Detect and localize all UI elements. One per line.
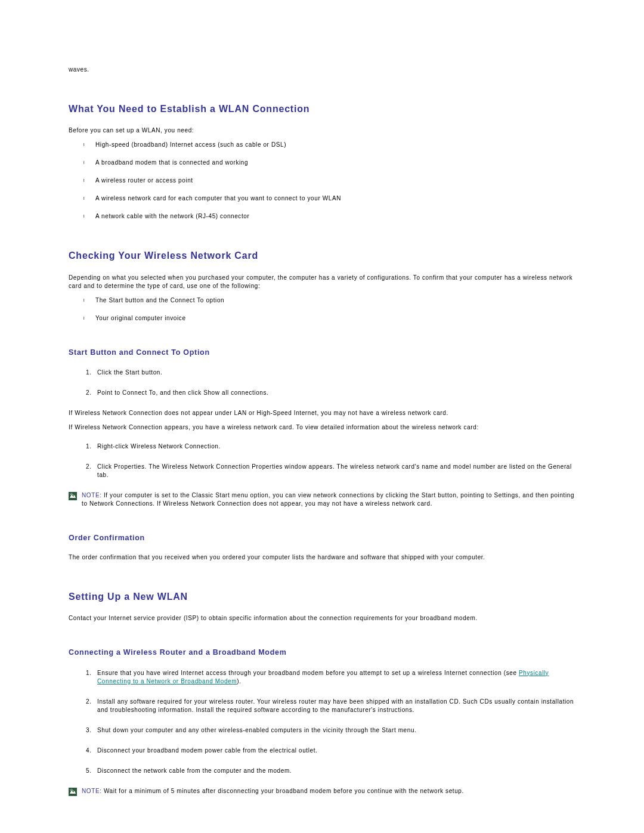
list-item: Your original computer invoice (86, 314, 575, 323)
start-button-p1: If Wireless Network Connection does not … (69, 409, 575, 417)
start-button-steps-2: Right-click Wireless Network Connection.… (69, 442, 575, 479)
note-body: Wait for a minimum of 5 minutes after di… (102, 788, 464, 794)
list-item: Point to Connect To, and then click Show… (94, 389, 575, 397)
note-text: NOTE: If your computer is set to the Cla… (82, 491, 575, 508)
list-item: A broadband modem that is connected and … (86, 159, 575, 167)
list-item: Install any software required for your w… (94, 698, 575, 714)
list-item: Disconnect your broadband modem power ca… (94, 747, 575, 755)
note-icon (69, 492, 77, 500)
list-item: A network cable with the network (RJ-45)… (86, 212, 575, 221)
check-card-intro: Depending on what you selected when you … (69, 274, 575, 290)
note-wait-5-min: NOTE: Wait for a minimum of 5 minutes af… (69, 787, 575, 796)
start-button-steps-1: Click the Start button. Point to Connect… (69, 368, 575, 397)
wlan-need-list: High-speed (broadband) Internet access (… (69, 141, 575, 221)
step1-pre: Ensure that you have wired Internet acce… (97, 670, 519, 676)
note-icon (69, 788, 77, 796)
page-continuation-fragment: waves. (69, 66, 575, 74)
list-item: The Start button and the Connect To opti… (86, 296, 575, 305)
step1-post: ). (237, 678, 241, 685)
list-item: Shut down your computer and any other wi… (94, 726, 575, 735)
note-body: If your computer is set to the Classic S… (82, 492, 574, 507)
note-classic-start: NOTE: If your computer is set to the Cla… (69, 491, 575, 508)
section-heading-wlan-need: What You Need to Establish a WLAN Connec… (69, 103, 575, 116)
note-text: NOTE: Wait for a minimum of 5 minutes af… (82, 787, 575, 795)
check-card-list: The Start button and the Connect To opti… (69, 296, 575, 323)
connecting-steps: Ensure that you have wired Internet acce… (69, 669, 575, 775)
list-item: High-speed (broadband) Internet access (… (86, 141, 575, 149)
section-heading-setup-wlan: Setting Up a New WLAN (69, 590, 575, 603)
list-item: Click the Start button. (94, 368, 575, 377)
order-confirmation-p: The order confirmation that you received… (69, 553, 575, 562)
note-label: NOTE: (82, 788, 102, 794)
list-item: Click Properties. The Wireless Network C… (94, 463, 575, 479)
list-item: Right-click Wireless Network Connection. (94, 442, 575, 451)
sub-heading-connecting: Connecting a Wireless Router and a Broad… (69, 648, 575, 658)
setup-wlan-p: Contact your Internet service provider (… (69, 614, 575, 623)
start-button-p2: If Wireless Network Connection appears, … (69, 423, 575, 432)
wlan-need-intro: Before you can set up a WLAN, you need: (69, 126, 575, 135)
sub-heading-start-button: Start Button and Connect To Option (69, 348, 575, 358)
list-item: Ensure that you have wired Internet acce… (94, 669, 575, 686)
list-item: A wireless network card for each compute… (86, 194, 575, 203)
list-item: Disconnect the network cable from the co… (94, 767, 575, 775)
note-label: NOTE: (82, 492, 102, 498)
list-item: A wireless router or access point (86, 176, 575, 185)
sub-heading-order-confirmation: Order Confirmation (69, 533, 575, 544)
section-heading-check-card: Checking Your Wireless Network Card (69, 249, 575, 262)
